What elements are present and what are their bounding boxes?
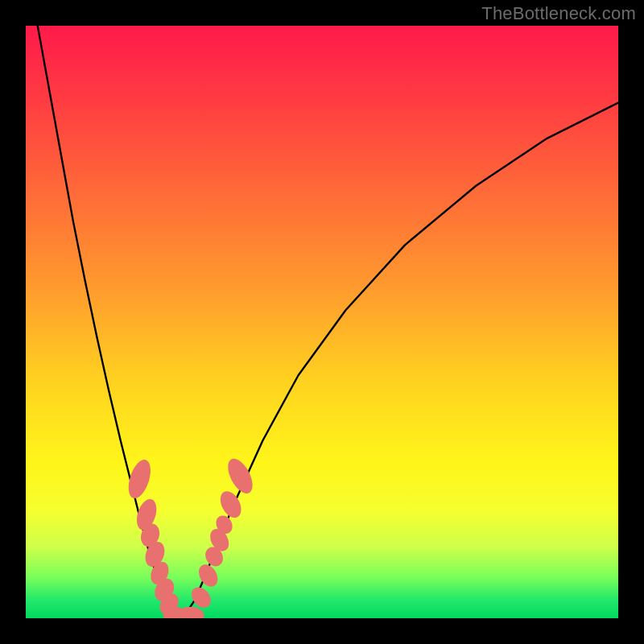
- marker-dot-0: [124, 457, 155, 502]
- chart-stage: TheBottleneck.com: [0, 0, 644, 644]
- series-curve-right: [180, 103, 618, 618]
- watermark-text: TheBottleneck.com: [481, 3, 636, 24]
- curves-group: [38, 26, 618, 618]
- markers-group: [124, 455, 258, 618]
- plot-area: [26, 26, 618, 618]
- curve-overlay: [26, 26, 618, 618]
